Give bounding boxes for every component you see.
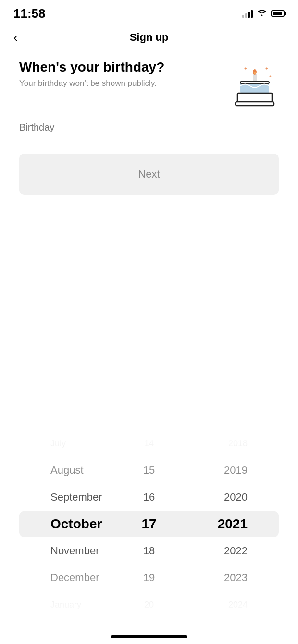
birthday-input-wrapper[interactable] bbox=[19, 122, 279, 139]
list-item[interactable]: 2021 bbox=[218, 511, 248, 537]
list-item[interactable]: 18 bbox=[143, 537, 155, 564]
year-picker-column[interactable]: 2018 2019 2020 2021 2022 2023 2024 bbox=[180, 433, 276, 615]
status-icons bbox=[242, 9, 285, 19]
wifi-icon bbox=[257, 9, 267, 19]
list-item[interactable]: 2024 bbox=[228, 591, 248, 615]
cake-illustration: + + + bbox=[231, 60, 279, 107]
birthday-text: When's your birthday? Your birthday won'… bbox=[19, 60, 164, 88]
page-title: Sign up bbox=[130, 31, 169, 44]
home-indicator bbox=[111, 635, 187, 638]
list-item[interactable]: November bbox=[50, 537, 99, 564]
list-item[interactable]: 2023 bbox=[224, 564, 248, 591]
date-picker[interactable]: July August September October November D… bbox=[0, 433, 298, 615]
svg-rect-8 bbox=[240, 82, 269, 83]
birthday-header-section: When's your birthday? Your birthday won'… bbox=[19, 60, 279, 107]
list-item[interactable]: 17 bbox=[141, 511, 156, 537]
next-button[interactable]: Next bbox=[19, 154, 279, 195]
birthday-input[interactable] bbox=[19, 122, 279, 133]
list-item[interactable]: 20 bbox=[144, 591, 154, 615]
nav-bar: ‹ Sign up bbox=[0, 25, 298, 50]
svg-text:+: + bbox=[269, 74, 272, 79]
list-item[interactable]: October bbox=[50, 511, 102, 537]
birthday-heading: When's your birthday? bbox=[19, 60, 164, 75]
list-item[interactable]: 14 bbox=[144, 433, 154, 457]
list-item[interactable]: January bbox=[50, 591, 81, 615]
list-item[interactable]: December bbox=[50, 564, 99, 591]
svg-text:+: + bbox=[265, 66, 268, 71]
svg-point-5 bbox=[254, 72, 256, 74]
list-item[interactable]: July bbox=[50, 433, 66, 457]
list-item[interactable]: August bbox=[50, 457, 84, 484]
status-time: 11:58 bbox=[13, 6, 46, 21]
birthday-subtext: Your birthday won't be shown publicly. bbox=[19, 79, 164, 88]
month-picker-column[interactable]: July August September October November D… bbox=[22, 433, 118, 615]
list-item[interactable]: 15 bbox=[143, 457, 155, 484]
svg-text:+: + bbox=[244, 66, 247, 71]
svg-rect-9 bbox=[236, 102, 274, 106]
list-item[interactable]: 2019 bbox=[224, 457, 248, 484]
signal-icon bbox=[242, 9, 253, 18]
list-item[interactable]: 19 bbox=[143, 564, 155, 591]
battery-icon bbox=[271, 10, 285, 17]
picker-container[interactable]: July August September October November D… bbox=[0, 433, 298, 615]
list-item[interactable]: 16 bbox=[143, 484, 155, 511]
list-item[interactable]: 2020 bbox=[224, 484, 248, 511]
status-bar: 11:58 bbox=[0, 0, 298, 25]
main-content: When's your birthday? Your birthday won'… bbox=[0, 50, 298, 195]
list-item[interactable]: 2018 bbox=[228, 433, 248, 457]
day-picker-column[interactable]: 14 15 16 17 18 19 20 bbox=[118, 433, 180, 615]
list-item[interactable]: 2022 bbox=[224, 537, 248, 564]
list-item[interactable]: September bbox=[50, 484, 102, 511]
back-button[interactable]: ‹ bbox=[13, 30, 18, 45]
